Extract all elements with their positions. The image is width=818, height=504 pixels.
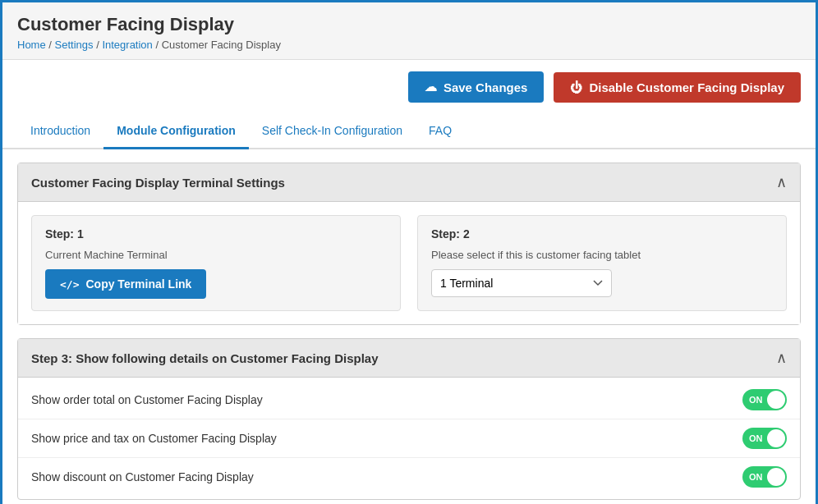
page-title: Customer Facing Display [17, 14, 801, 35]
toggle-label-order-total: Show order total on Customer Facing Disp… [31, 393, 263, 406]
tab-introduction[interactable]: Introduction [17, 114, 103, 149]
show-details-collapse-icon[interactable]: ∧ [776, 349, 787, 367]
save-label: Save Changes [443, 80, 528, 94]
tabs-section: Introduction Module Configuration Self C… [2, 114, 816, 149]
step2-label: Step: 2 [431, 227, 773, 241]
save-button[interactable]: ☁ Save Changes [408, 71, 545, 103]
show-details-title: Step 3: Show following details on Custom… [31, 351, 379, 365]
toggle-on-text-2: ON [749, 433, 763, 443]
copy-terminal-label: Copy Terminal Link [85, 277, 191, 291]
tabs: Introduction Module Configuration Self C… [17, 114, 801, 148]
show-details-section: Step 3: Show following details on Custom… [17, 338, 801, 500]
action-bar: ☁ Save Changes ⏻ Disable Customer Facing… [2, 60, 816, 114]
content-area: Customer Facing Display Terminal Setting… [2, 149, 816, 504]
terminal-settings-header: Customer Facing Display Terminal Setting… [18, 163, 800, 202]
step1-label: Step: 1 [45, 227, 387, 241]
code-tag-icon: </> [60, 278, 79, 291]
toggle-discount[interactable]: ON [742, 466, 787, 488]
toggle-rows: Show order total on Customer Facing Disp… [18, 378, 800, 499]
step-1-col: Step: 1 Current Machine Terminal </> Cop… [31, 215, 401, 311]
toggle-on-text-1: ON [749, 395, 763, 405]
breadcrumb: Home / Settings / Integration / Customer… [17, 39, 801, 51]
breadcrumb-integration[interactable]: Integration [102, 39, 152, 51]
toggle-label-discount: Show discount on Customer Facing Display [31, 470, 254, 483]
disable-label: Disable Customer Facing Display [589, 80, 784, 94]
tab-self-checkin[interactable]: Self Check-In Configuration [249, 114, 416, 149]
breadcrumb-home[interactable]: Home [17, 39, 46, 51]
step1-sublabel: Current Machine Terminal [45, 249, 387, 261]
toggle-label-price-tax: Show price and tax on Customer Facing Di… [31, 432, 277, 445]
terminal-settings-title: Customer Facing Display Terminal Setting… [31, 176, 285, 190]
toggle-row-order-total: Show order total on Customer Facing Disp… [18, 381, 800, 419]
toggle-knob-3 [767, 468, 785, 486]
toggle-order-total[interactable]: ON [742, 389, 787, 410]
terminal-select[interactable]: 1 Terminal 2 Terminal 3 Terminal [431, 269, 612, 297]
steps-row: Step: 1 Current Machine Terminal </> Cop… [31, 215, 787, 311]
tab-faq[interactable]: FAQ [416, 114, 465, 149]
toggle-row-discount: Show discount on Customer Facing Display… [18, 458, 800, 496]
toggle-knob-1 [767, 391, 785, 409]
toggle-on-text-3: ON [749, 472, 763, 482]
toggle-price-tax[interactable]: ON [742, 428, 787, 449]
breadcrumb-settings[interactable]: Settings [55, 39, 94, 51]
toggle-row-price-tax: Show price and tax on Customer Facing Di… [18, 419, 800, 458]
step2-sublabel: Please select if this is customer facing… [431, 249, 773, 261]
disable-button[interactable]: ⏻ Disable Customer Facing Display [554, 72, 801, 103]
copy-terminal-button[interactable]: </> Copy Terminal Link [45, 269, 206, 299]
toggle-knob-2 [767, 429, 785, 447]
show-details-header: Step 3: Show following details on Custom… [18, 339, 800, 378]
terminal-settings-section: Customer Facing Display Terminal Setting… [17, 163, 801, 325]
power-icon: ⏻ [570, 80, 582, 94]
tab-module-configuration[interactable]: Module Configuration [103, 114, 249, 149]
cloud-upload-icon: ☁ [425, 80, 437, 94]
step-2-col: Step: 2 Please select if this is custome… [417, 215, 787, 311]
collapse-icon[interactable]: ∧ [776, 173, 787, 191]
terminal-settings-body: Step: 1 Current Machine Terminal </> Cop… [18, 202, 800, 324]
breadcrumb-current: Customer Facing Display [162, 39, 281, 51]
